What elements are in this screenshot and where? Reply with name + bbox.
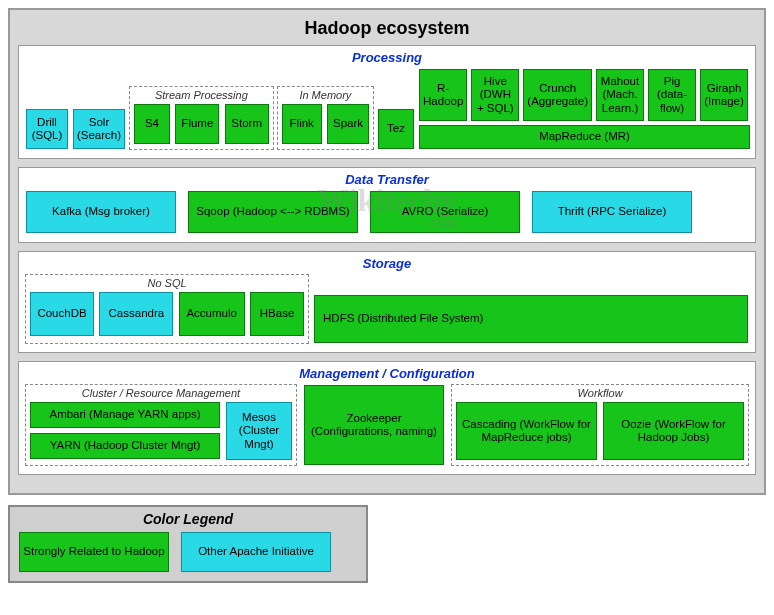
box-oozie: Oozie (WorkFlow for Hadoop Jobs) [603,402,744,460]
box-mesos: Mesos (Cluster Mngt) [226,402,292,460]
box-cascading: Cascading (WorkFlow for MapReduce jobs) [456,402,597,460]
box-zookeeper: Zookeeper (Configurations, naming) [304,385,444,465]
storage-title: Storage [25,256,749,271]
box-yarn: YARN (Hadoop Cluster Mngt) [30,433,220,459]
box-couchdb: CouchDB [30,292,94,336]
legend-title: Color Legend [18,511,358,527]
box-cassandra: Cassandra [99,292,173,336]
box-mapreduce: MapReduce (MR) [419,125,750,149]
nosql-group: No SQL CouchDB Cassandra Accumulo HBase [25,274,309,344]
box-tez: Tez [378,109,414,149]
box-flink: Flink [282,104,322,144]
in-memory-group: In Memory Flink Spark [277,86,374,150]
color-legend: Color Legend Strongly Related to Hadoop … [8,505,368,583]
data-transfer-section: Data Transfer Kafka (Msg broker) Sqoop (… [18,167,756,243]
cluster-group: Cluster / Resource Management Ambari (Ma… [25,384,297,466]
main-title: Hadoop ecosystem [18,18,756,39]
workflow-group: Workflow Cascading (WorkFlow for MapRedu… [451,384,749,466]
box-crunch: Crunch (Aggregate) [523,69,592,121]
cluster-title: Cluster / Resource Management [29,387,293,399]
processing-right: R-Hadoop Hive (DWH + SQL) Crunch (Aggreg… [418,68,749,150]
box-giraph: Giraph (Image) [700,69,748,121]
stream-title: Stream Processing [133,89,270,101]
box-hive: Hive (DWH + SQL) [471,69,519,121]
box-spark: Spark [327,104,369,144]
stream-processing-group: Stream Processing S4 Flume Storm [129,86,274,150]
box-storm: Storm [225,104,269,144]
box-pig: Pig (data-flow) [648,69,696,121]
box-hbase: HBase [250,292,304,336]
box-avro: AVRO (Serialize) [370,191,520,233]
nosql-title: No SQL [29,277,305,289]
box-s4: S4 [134,104,170,144]
box-sqoop: Sqoop (Hadoop <--> RDBMS) [188,191,358,233]
box-ambari: Ambari (Manage YARN apps) [30,402,220,428]
legend-green: Strongly Related to Hadoop [19,532,169,572]
workflow-title: Workflow [455,387,745,399]
box-kafka: Kafka (Msg broker) [26,191,176,233]
box-flume: Flume [175,104,219,144]
box-drill: Drill (SQL) [26,109,68,149]
box-accumulo: Accumulo [179,292,245,336]
processing-title: Processing [25,50,749,65]
mgmt-title: Management / Configuration [25,366,749,381]
box-rhadoop: R-Hadoop [419,69,467,121]
dt-title: Data Transfer [25,172,749,187]
box-hdfs: HDFS (Distributed File System) [314,295,748,343]
box-thrift: Thrift (RPC Serialize) [532,191,692,233]
storage-section: Storage No SQL CouchDB Cassandra Accumul… [18,251,756,353]
ecosystem-frame: Hadoop ecosystem Processing Drill (SQL) … [8,8,766,495]
mgmt-section: Management / Configuration Cluster / Res… [18,361,756,475]
box-mahout: Mahout (Mach. Learn.) [596,69,644,121]
legend-cyan: Other Apache Initiative [181,532,331,572]
processing-section: Processing Drill (SQL) Solr (Search) Str… [18,45,756,159]
box-solr: Solr (Search) [73,109,125,149]
inmem-title: In Memory [281,89,370,101]
